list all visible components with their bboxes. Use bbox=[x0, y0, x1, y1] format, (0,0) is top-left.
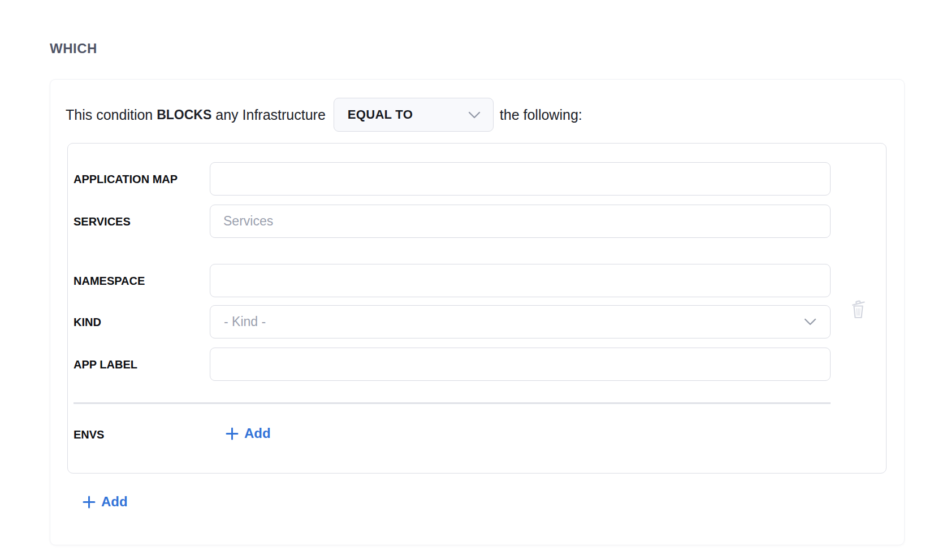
add-infrastructure-label: Add bbox=[101, 495, 128, 509]
services-input[interactable] bbox=[210, 205, 831, 238]
application-map-input[interactable] bbox=[210, 162, 831, 196]
app-label-input[interactable] bbox=[210, 348, 831, 381]
form-row-kind: KIND- Kind - bbox=[74, 305, 831, 338]
field-label-app-label: APP LABEL bbox=[74, 357, 210, 372]
condition-sentence: This condition BLOCKS any Infrastructure… bbox=[66, 98, 889, 132]
field-label-namespace: NAMESPACE bbox=[74, 273, 210, 289]
field-label-kind: KIND bbox=[74, 314, 210, 330]
plus-icon bbox=[226, 427, 239, 440]
kind-select-placeholder: - Kind - bbox=[224, 314, 266, 329]
condition-text-before: This condition bbox=[66, 107, 157, 123]
fieldset-fields: APPLICATION MAPSERVICESNAMESPACEKIND- Ki… bbox=[74, 162, 831, 473]
plus-icon bbox=[83, 496, 96, 509]
form-row-namespace: NAMESPACE bbox=[74, 264, 831, 297]
field-label-envs: ENVS bbox=[74, 427, 210, 442]
add-env-label: Add bbox=[244, 427, 271, 440]
page-title: WHICH bbox=[50, 41, 97, 57]
fieldset-divider bbox=[74, 402, 831, 404]
infrastructure-fieldset: APPLICATION MAPSERVICESNAMESPACEKIND- Ki… bbox=[67, 143, 887, 474]
add-env-button[interactable]: Add bbox=[226, 427, 271, 440]
condition-text-following: the following: bbox=[500, 107, 582, 123]
condition-card: This condition BLOCKS any Infrastructure… bbox=[50, 79, 905, 545]
trash-icon[interactable] bbox=[850, 298, 867, 319]
condition-effect: BLOCKS bbox=[157, 107, 211, 123]
operator-select[interactable]: EQUAL TO bbox=[334, 98, 494, 132]
condition-text-after: any Infrastructure bbox=[211, 107, 325, 123]
operator-select-value: EQUAL TO bbox=[348, 107, 413, 122]
form-row-application-map: APPLICATION MAP bbox=[74, 162, 831, 196]
namespace-input[interactable] bbox=[210, 264, 831, 297]
fieldset-actions bbox=[831, 144, 886, 473]
kind-select[interactable]: - Kind - bbox=[210, 305, 831, 338]
field-label-services: SERVICES bbox=[74, 214, 210, 229]
chevron-down-icon bbox=[468, 111, 481, 119]
field-label-application-map: APPLICATION MAP bbox=[74, 171, 210, 187]
form-row-envs: ENVS Add bbox=[74, 423, 831, 446]
form-row-services: SERVICES bbox=[74, 205, 831, 238]
form-row-app-label: APP LABEL bbox=[74, 348, 831, 381]
page: WHICH This condition BLOCKS any Infrastr… bbox=[0, 0, 951, 560]
add-infrastructure-button[interactable]: Add bbox=[83, 495, 128, 509]
chevron-down-icon bbox=[804, 318, 816, 325]
